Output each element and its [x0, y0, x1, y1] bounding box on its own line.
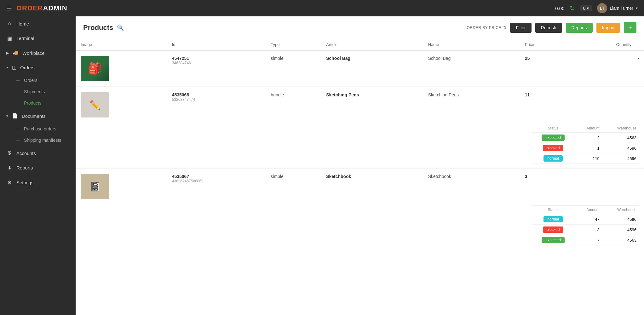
page-title: Products [83, 24, 113, 32]
product-name-cell: Sketchbook [423, 169, 520, 204]
reports-icon: ⬇ [6, 165, 13, 171]
filter-button[interactable]: Filter [510, 23, 531, 33]
avatar-initials: LT [600, 6, 605, 11]
th-type: Type [266, 39, 321, 50]
sidebar-label-workplace: Workplace [22, 50, 45, 56]
products-table: Image Id Type Article Name Price Quantit… [76, 39, 644, 249]
product-article-cell: Sketchbook [321, 169, 423, 204]
sidebar-item-home[interactable]: Home [0, 16, 76, 31]
main-layout: Home ▣ Terminal ▶ 🚚 Workplace ▾ ◫ Orders… [0, 16, 644, 315]
product-id: 4547251 [172, 56, 261, 61]
accounts-icon: $ [6, 150, 13, 156]
status-badge: expected [542, 135, 565, 141]
product-id-cell: 4535067 436367457586869 [167, 169, 266, 204]
sidebar-sub-item-purchase-orders[interactable]: Purchase orders [0, 123, 76, 135]
product-article-cell: Sketching Pens [321, 87, 423, 123]
main-content: Products 🔍 ORDER BY PRICE ⇅ Filter Refre… [76, 16, 644, 315]
qty-status: expected [532, 235, 574, 245]
top-nav: ☰ ORDERADMIN 0.00 ↻ 0 ▾ LT Liam Turner ▾ [0, 0, 644, 16]
counter-button[interactable]: 0 ▾ [580, 5, 592, 11]
sidebar-label-terminal: Terminal [16, 36, 34, 41]
qty-status: blocked [532, 225, 574, 235]
qty-warehouse: 4563 [602, 235, 639, 245]
order-by-text: ORDER BY PRICE [467, 26, 501, 30]
home-icon [6, 21, 13, 26]
qty-warehouse: 4596 [602, 225, 639, 235]
counter-value: 0 [583, 6, 586, 11]
user-chevron-icon: ▾ [636, 6, 638, 10]
qty-dash: - [637, 56, 639, 61]
qty-status: blocked [532, 143, 574, 153]
sidebar-sub-item-products[interactable]: Products [0, 97, 76, 109]
product-sub-id: 53263747474 [172, 97, 261, 102]
qty-th-status: Status [532, 206, 574, 214]
sidebar-label-documents: Documents [22, 113, 46, 119]
status-badge: normal [543, 155, 563, 162]
sidebar-item-reports[interactable]: ⬇ Reports [0, 160, 76, 175]
product-type-cell: simple [266, 50, 321, 86]
sidebar-sub-item-orders[interactable]: Orders [0, 75, 76, 86]
sidebar-item-settings[interactable]: ⚙ Settings [0, 175, 76, 190]
th-name: Name [423, 39, 520, 50]
qty-table: Status Amount Warehouse expected 2 [532, 124, 639, 164]
product-quantity-cell: - [566, 50, 644, 86]
product-image-cell: 📓 [76, 169, 167, 204]
add-product-button[interactable]: + [624, 22, 636, 33]
reports-button[interactable]: Reports [566, 23, 593, 33]
qty-amount: 119 [574, 153, 602, 164]
qty-header-row: Status Amount Warehouse [532, 206, 639, 214]
sidebar-item-documents[interactable]: ▾ 📄 Documents [0, 109, 76, 123]
qty-status: normal [532, 153, 574, 164]
product-type-cell: simple [266, 169, 321, 204]
brand-logo[interactable]: ORDERADMIN [16, 4, 67, 12]
qty-amount: 3 [574, 225, 602, 235]
product-image-cell [76, 50, 167, 86]
qty-subrows-cell: Status Amount Warehouse expected 2 [76, 123, 644, 168]
sidebar-item-accounts[interactable]: $ Accounts [0, 146, 76, 160]
product-id: 4535067 [172, 174, 261, 179]
terminal-icon: ▣ [6, 35, 13, 41]
sidebar-sub-item-shipping-manifests[interactable]: Shipping manifests [0, 135, 76, 146]
orders-arrow-icon: ▾ [6, 66, 8, 70]
table-row[interactable]: 4547251 3463847461 simple School Bag Sch… [76, 50, 644, 86]
product-sub-id: 436367457586869 [172, 179, 261, 183]
sidebar-label-reports: Reports [16, 165, 33, 170]
username-label: Liam Turner [610, 6, 633, 11]
orders-icon: ◫ [12, 65, 16, 70]
sidebar-item-terminal[interactable]: ▣ Terminal [0, 31, 76, 46]
user-menu[interactable]: LT Liam Turner ▾ [597, 3, 638, 13]
qty-amount: 1 [574, 143, 602, 153]
order-by-icon: ⇅ [503, 26, 507, 30]
refresh-icon[interactable]: ↻ [570, 4, 575, 12]
qty-th-warehouse: Warehouse [602, 124, 639, 133]
menu-icon[interactable]: ☰ [6, 4, 12, 12]
sidebar-item-workplace[interactable]: ▶ 🚚 Workplace [0, 46, 76, 60]
qty-header-row: Status Amount Warehouse [532, 124, 639, 133]
balance-display: 0.00 [555, 6, 564, 11]
table-row[interactable]: 📓 4535067 436367457586869 simple Sketchb… [76, 169, 644, 204]
qty-th-warehouse: Warehouse [602, 206, 639, 214]
qty-warehouse: 4596 [602, 214, 639, 225]
table-row[interactable]: ✏️ 4535068 53263747474 bundle Sketching … [76, 87, 644, 123]
qty-status: expected [532, 133, 574, 143]
product-image [81, 56, 109, 81]
qty-row: expected 2 4563 [532, 133, 639, 143]
product-id: 4535068 [172, 92, 261, 97]
import-button[interactable]: Import [596, 23, 620, 33]
sidebar-sub-label-purchase-orders: Purchase orders [24, 126, 56, 131]
search-icon[interactable]: 🔍 [117, 24, 124, 31]
sidebar-label-settings: Settings [16, 180, 33, 185]
qty-amount: 47 [574, 214, 602, 225]
sidebar-sub-label-shipping-manifests: Shipping manifests [24, 138, 61, 143]
qty-amount: 7 [574, 235, 602, 245]
sidebar-item-orders[interactable]: ▾ ◫ Orders [0, 60, 76, 75]
qty-warehouse: 4563 [602, 133, 639, 143]
sidebar-sub-item-shipments[interactable]: Shipments [0, 86, 76, 97]
qty-row: normal 47 4596 [532, 214, 639, 225]
qty-warehouse: 4596 [602, 143, 639, 153]
refresh-button[interactable]: Refresh [535, 23, 562, 33]
sidebar-sub-label-products: Products [24, 100, 41, 106]
avatar: LT [597, 3, 607, 13]
qty-subrows: Status Amount Warehouse normal 47 [76, 204, 644, 249]
qty-status: normal [532, 214, 574, 225]
